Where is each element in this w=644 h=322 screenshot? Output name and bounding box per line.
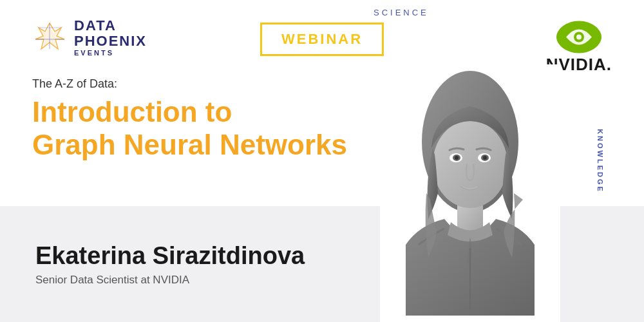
logo-events-label: EVENTS	[74, 49, 147, 57]
svg-point-77	[455, 156, 459, 160]
logo-text: DATA PHOENIX EVENTS	[74, 18, 147, 57]
speaker-name: Ekaterina Sirazitdinova	[35, 242, 305, 270]
title-area: The A-Z of Data: Introduction to Graph N…	[32, 77, 347, 161]
speaker-title: Senior Data Scientist at NVIDIA	[35, 274, 189, 286]
speaker-info: Ekaterina Sirazitdinova Senior Data Scie…	[35, 242, 305, 287]
webinar-badge: WEBINAR	[260, 23, 384, 56]
webinar-label: WEBINAR	[281, 31, 363, 47]
svg-point-78	[483, 156, 487, 160]
speaker-photo	[380, 64, 560, 322]
svg-point-67	[576, 35, 582, 40]
banner: x/a a² π dx	[0, 0, 644, 322]
logo-phoenix-label: PHOENIX	[74, 33, 147, 49]
main-title: Introduction to Graph Neural Networks	[32, 96, 347, 161]
knowledge-text: KNOWLEDGE	[596, 129, 604, 193]
science-text: SCIENCE	[374, 8, 429, 17]
data-phoenix-logo-icon	[32, 20, 68, 55]
nvidia-logo-icon	[550, 16, 608, 58]
main-title-line2: Graph Neural Networks	[32, 129, 347, 160]
logo-data-label: DATA	[74, 18, 147, 33]
svg-point-72	[433, 120, 507, 208]
logo-area: DATA PHOENIX EVENTS	[32, 18, 147, 57]
main-title-line1: Introduction to	[32, 96, 232, 128]
subtitle-text: The A-Z of Data:	[32, 77, 347, 91]
